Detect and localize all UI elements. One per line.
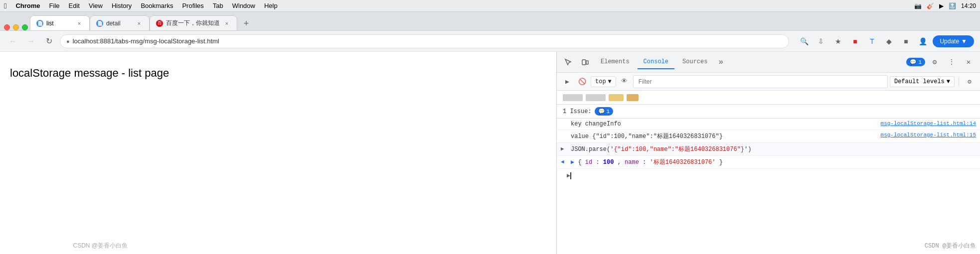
devtools-toolbar-right: 💬 1 ⚙ ⋮ ✕ <box>906 55 976 70</box>
console-row-1-content: key changeInfo <box>571 121 871 127</box>
console-settings-icon[interactable]: ⚙ <box>963 75 976 88</box>
menu-edit[interactable]: Edit <box>69 2 80 9</box>
menu-profiles[interactable]: Profiles <box>182 2 203 9</box>
tab-list-close[interactable]: × <box>75 19 83 27</box>
row4-val-name: '标题1640326831076' <box>650 159 716 166</box>
menubar-icon-4: 🔝 <box>949 2 956 9</box>
log-levels-selector[interactable]: Default levels ▼ <box>890 76 955 87</box>
app-name[interactable]: Chrome <box>15 2 40 9</box>
row1-source[interactable]: msg-localStorage-list.html:14 <box>881 121 976 127</box>
update-chevron: ▼ <box>961 38 967 45</box>
row4-expand-arrow[interactable]: ◀ <box>561 158 564 165</box>
search-icon[interactable]: 🔍 <box>797 34 811 48</box>
block-requests-icon[interactable]: 🚫 <box>576 75 589 88</box>
tab-baidu-label: 百度一下，你就知道 <box>166 19 220 27</box>
row4-key-id: id <box>585 159 592 166</box>
row4-expand-btn[interactable]: ▶ <box>571 159 574 166</box>
context-chevron: ▼ <box>608 78 612 85</box>
shield-icon[interactable]: ■ <box>848 34 862 48</box>
blurred-2 <box>586 94 606 101</box>
row3-text: JSON.parse('{"id":100,"name":"标题16403268… <box>571 146 751 153</box>
devtools-tab-elements[interactable]: Elements <box>595 55 636 69</box>
forward-button[interactable]: → <box>24 34 38 48</box>
row2-source[interactable]: msg-localStorage-list.html:15 <box>881 132 976 138</box>
issue-badge-count: 1 <box>607 109 610 115</box>
device-toolbar-icon[interactable] <box>578 55 593 70</box>
row3-arrow[interactable]: ▶ <box>561 145 564 152</box>
tab-detail-favicon: 📄 <box>96 20 103 27</box>
toolbar-divider <box>959 77 959 87</box>
menu-bookmarks[interactable]: Bookmarks <box>141 2 173 9</box>
download-icon[interactable]: ⇩ <box>814 34 828 48</box>
security-icon: ● <box>66 38 70 44</box>
filter-input[interactable] <box>633 75 888 88</box>
inspect-element-icon[interactable] <box>561 55 576 70</box>
url-bar[interactable]: ● localhost:8881/tabs-msg/msg-localStora… <box>60 34 789 48</box>
devtools-toolbar: Elements Console Sources » 💬 1 ⚙ ⋮ ✕ <box>557 52 980 73</box>
more-options-icon[interactable]: ⋮ <box>944 55 959 70</box>
row4-val-id: 100 <box>603 159 614 166</box>
row3-string: {"id":100,"name":"标题1640326831076"} <box>614 146 744 153</box>
menu-view[interactable]: View <box>89 2 103 9</box>
menu-history[interactable]: History <box>112 2 132 9</box>
page-wrapper: localStorage message - list page CSDN @姜… <box>0 52 556 254</box>
reload-button[interactable]: ↻ <box>42 34 56 48</box>
maximize-button[interactable] <box>22 24 28 30</box>
svg-rect-1 <box>586 61 588 64</box>
row4-key-name: name <box>625 159 639 166</box>
tab-baidu-close[interactable]: × <box>223 19 231 27</box>
devtools-tab-console[interactable]: Console <box>638 55 674 69</box>
badge-count: 1 <box>918 59 922 65</box>
menubar-icon-2: 🎸 <box>927 2 934 9</box>
back-button[interactable]: ← <box>6 34 20 48</box>
clear-console-icon[interactable]: ▶ <box>561 75 574 88</box>
apple-menu[interactable]:  <box>4 1 6 10</box>
console-input-row[interactable]: ▶ <box>557 169 980 182</box>
settings-icon[interactable]: ⚙ <box>927 55 942 70</box>
extension-icon-1[interactable]: ◆ <box>882 34 896 48</box>
close-button[interactable] <box>4 24 10 30</box>
update-button[interactable]: Update ▼ <box>933 35 974 47</box>
devtools-tab-sources[interactable]: Sources <box>676 55 713 69</box>
menubar-time: 14:20 <box>961 2 976 9</box>
issue-badge[interactable]: 💬 1 <box>595 107 614 116</box>
profile-icon[interactable]: 👤 <box>916 34 930 48</box>
blurred-1 <box>563 94 583 101</box>
console-prompt-icon: ▶ <box>567 172 570 179</box>
new-tab-button[interactable]: + <box>239 16 253 30</box>
eye-icon[interactable]: 👁 <box>618 75 631 88</box>
address-right-icons: 🔍 ⇩ ★ ■ T ◆ ■ 👤 Update ▼ <box>797 34 974 48</box>
update-label: Update <box>940 38 959 45</box>
tab-detail[interactable]: 📄 detail × <box>90 15 150 30</box>
minimize-button[interactable] <box>13 24 19 30</box>
menu-tab[interactable]: Tab <box>213 2 223 9</box>
devtools-more-tabs[interactable]: » <box>715 58 726 67</box>
translate-icon[interactable]: T <box>865 34 879 48</box>
issue-bar: 1 Issue: 💬 1 <box>557 105 980 119</box>
row4-comma: , <box>618 159 625 166</box>
issue-text: 1 Issue: <box>563 108 592 115</box>
log-levels-chevron: ▼ <box>947 78 950 85</box>
tab-list[interactable]: 📄 list × <box>30 15 90 30</box>
bookmark-star-icon[interactable]: ★ <box>831 34 845 48</box>
console-output: key changeInfo msg-localStorage-list.htm… <box>557 119 980 254</box>
context-label: top <box>595 78 606 85</box>
menubar-icon-1: 📷 <box>914 2 922 9</box>
url-text: localhost:8881/tabs-msg/msg-localStorage… <box>73 37 219 45</box>
context-selector[interactable]: top ▼ <box>591 76 616 87</box>
console-row-3: ▶ JSON.parse('{"id":100,"name":"标题164032… <box>557 143 980 156</box>
tab-bar: 📄 list × 📄 detail × 百 百度一下，你就知道 × + <box>0 12 980 31</box>
menu-file[interactable]: File <box>49 2 60 9</box>
tab-baidu[interactable]: 百 百度一下，你就知道 × <box>150 15 237 30</box>
console-toolbar: ▶ 🚫 top ▼ 👁 Default levels ▼ ⚙ <box>557 73 980 91</box>
menubar-right-icons: 📷 🎸 ▶ 🔝 14:20 <box>914 2 976 9</box>
console-badge[interactable]: 💬 1 <box>906 58 925 66</box>
menu-window[interactable]: Window <box>232 2 255 9</box>
close-devtools-icon[interactable]: ✕ <box>961 55 976 70</box>
tab-detail-close[interactable]: × <box>135 19 143 27</box>
console-cursor <box>570 172 571 179</box>
menu-help[interactable]: Help <box>264 2 278 9</box>
row4-colon-2: : <box>643 159 650 166</box>
extension-icon-2[interactable]: ■ <box>899 34 913 48</box>
tab-baidu-favicon: 百 <box>156 20 163 27</box>
